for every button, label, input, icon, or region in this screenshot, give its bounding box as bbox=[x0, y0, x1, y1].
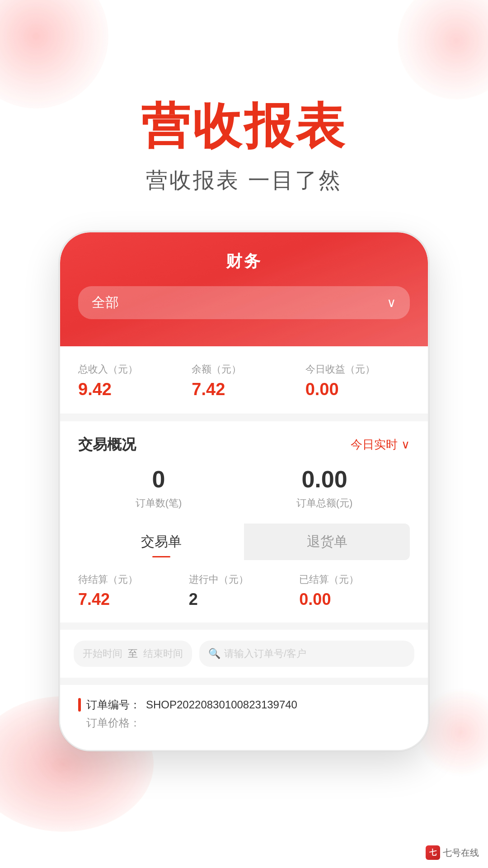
transaction-filter-button[interactable]: 今日实时 ∨ bbox=[351, 437, 410, 453]
transaction-card: 交易概况 今日实时 ∨ 0 订单数(笔) 0.00 订单总额(元) bbox=[60, 421, 428, 623]
tab-transaction[interactable]: 交易单 bbox=[78, 524, 244, 560]
filter-bar: 开始时间 至 结束时间 🔍 请输入订单号/客户 bbox=[60, 630, 428, 678]
transaction-stats: 0 订单数(笔) 0.00 订单总额(元) bbox=[78, 466, 410, 510]
summary-label-today: 今日收益（元） bbox=[305, 363, 410, 376]
settlement-label-inprogress: 进行中（元） bbox=[189, 573, 300, 586]
summary-item-total-income: 总收入（元） 9.42 bbox=[78, 363, 183, 399]
search-bar[interactable]: 🔍 请输入订单号/客户 bbox=[199, 641, 414, 667]
settlement-label-pending: 待结算（元） bbox=[78, 573, 189, 586]
order-price-row: 订单价格： bbox=[78, 716, 410, 730]
dropdown-label: 全部 bbox=[92, 293, 119, 312]
date-end-placeholder: 结束时间 bbox=[143, 647, 183, 660]
summary-item-balance: 余额（元） 7.42 bbox=[192, 363, 296, 399]
hero-title: 营收报表 bbox=[0, 99, 488, 153]
date-range-picker[interactable]: 开始时间 至 结束时间 bbox=[74, 641, 192, 667]
hero-subtitle: 营收报表 一目了然 bbox=[0, 166, 488, 195]
tab-return[interactable]: 退货单 bbox=[244, 524, 410, 560]
stat-order-total: 0.00 订单总额(元) bbox=[296, 466, 353, 510]
dropdown-selector[interactable]: 全部 ∨ bbox=[78, 286, 410, 319]
order-list: 订单编号： SHOP20220830100823139740 订单价格： bbox=[60, 685, 428, 750]
search-input-placeholder: 请输入订单号/客户 bbox=[224, 647, 306, 660]
order-number-value: SHOP20220830100823139740 bbox=[146, 698, 297, 711]
summary-value-today: 0.00 bbox=[305, 380, 410, 399]
filter-arrow-icon: ∨ bbox=[401, 438, 410, 452]
summary-label-balance: 余额（元） bbox=[192, 363, 296, 376]
settlement-inprogress: 进行中（元） 2 bbox=[189, 573, 300, 609]
phone-mockup-wrapper: 财务 全部 ∨ 总收入（元） 9.42 余额（元） 7.42 bbox=[0, 231, 488, 751]
summary-card: 总收入（元） 9.42 余额（元） 7.42 今日收益（元） 0.00 bbox=[60, 346, 428, 414]
tabs-row: 交易单 退货单 bbox=[78, 524, 410, 560]
stat-label-order-count: 订单数(笔) bbox=[136, 496, 182, 510]
watermark: 七 七号在线 bbox=[426, 845, 479, 860]
settlement-label-done: 已结算（元） bbox=[299, 573, 410, 586]
summary-value-total-income: 9.42 bbox=[78, 380, 183, 399]
watermark-text: 七号在线 bbox=[443, 847, 479, 859]
transaction-header: 交易概况 今日实时 ∨ bbox=[78, 435, 410, 455]
stat-value-order-total: 0.00 bbox=[296, 466, 353, 493]
phone-header: 财务 全部 ∨ bbox=[60, 232, 428, 346]
search-icon: 🔍 bbox=[208, 648, 221, 660]
stat-order-count: 0 订单数(笔) bbox=[136, 466, 182, 510]
settlement-pending: 待结算（元） 7.42 bbox=[78, 573, 189, 609]
settlement-value-pending: 7.42 bbox=[78, 590, 189, 609]
watermark-icon: 七 bbox=[426, 845, 440, 860]
transaction-title: 交易概况 bbox=[78, 435, 136, 455]
order-price-label: 订单价格： bbox=[86, 716, 141, 730]
settlement-row: 待结算（元） 7.42 进行中（元） 2 已结算（元） 0.00 bbox=[78, 573, 410, 609]
order-number-label: 订单编号： bbox=[86, 698, 141, 712]
stat-value-order-count: 0 bbox=[136, 466, 182, 493]
summary-value-balance: 7.42 bbox=[192, 380, 296, 399]
phone-frame: 财务 全部 ∨ 总收入（元） 9.42 余额（元） 7.42 bbox=[59, 231, 429, 751]
dropdown-arrow-icon: ∨ bbox=[387, 295, 396, 310]
tab-return-label: 退货单 bbox=[307, 534, 347, 549]
tab-transaction-label: 交易单 bbox=[141, 534, 182, 549]
summary-label-total-income: 总收入（元） bbox=[78, 363, 183, 376]
summary-row: 总收入（元） 9.42 余额（元） 7.42 今日收益（元） 0.00 bbox=[78, 363, 410, 399]
summary-item-today: 今日收益（元） 0.00 bbox=[305, 363, 410, 399]
phone-header-title: 财务 bbox=[78, 250, 410, 273]
order-number-row: 订单编号： SHOP20220830100823139740 bbox=[78, 698, 410, 712]
order-indicator bbox=[78, 698, 81, 712]
order-item: 订单编号： SHOP20220830100823139740 订单价格： bbox=[78, 698, 410, 730]
phone-content: 总收入（元） 9.42 余额（元） 7.42 今日收益（元） 0.00 bbox=[60, 346, 428, 750]
stat-label-order-total: 订单总额(元) bbox=[296, 496, 353, 510]
settlement-value-inprogress: 2 bbox=[189, 590, 300, 609]
settlement-value-done: 0.00 bbox=[299, 590, 410, 609]
date-start-placeholder: 开始时间 bbox=[83, 647, 122, 660]
hero-section: 营收报表 营收报表 一目了然 bbox=[0, 0, 488, 222]
date-separator: 至 bbox=[128, 647, 138, 660]
settlement-done: 已结算（元） 0.00 bbox=[299, 573, 410, 609]
filter-label: 今日实时 bbox=[351, 437, 398, 453]
